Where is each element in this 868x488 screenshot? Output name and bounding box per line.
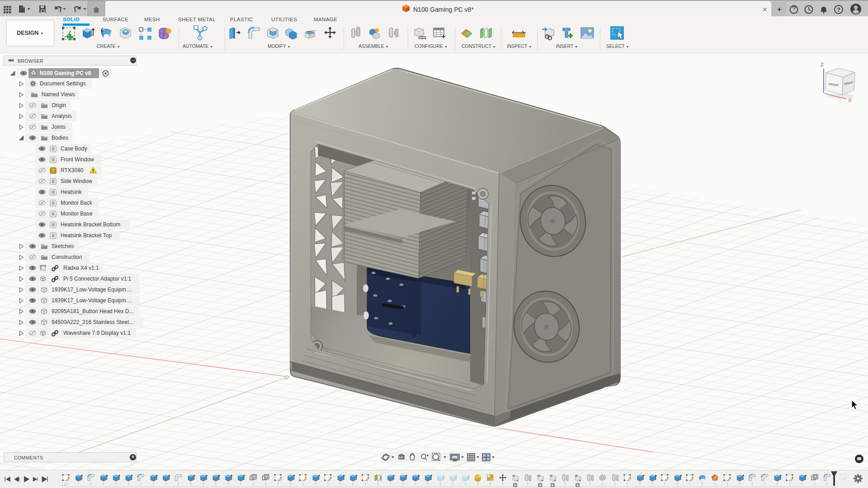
svg-text:Z: Z: [821, 62, 824, 67]
svg-text:X: X: [848, 98, 852, 103]
svg-text:✕: ✕: [762, 6, 768, 13]
svg-text:N100 Gaming PC v8*: N100 Gaming PC v8*: [413, 6, 474, 13]
svg-text:?: ?: [837, 7, 840, 13]
